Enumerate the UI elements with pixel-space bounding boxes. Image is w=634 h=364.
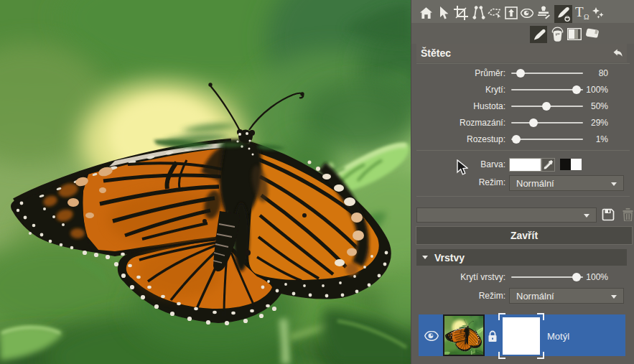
svg-text:T: T — [575, 6, 584, 19]
svg-text:Ω: Ω — [584, 13, 589, 20]
